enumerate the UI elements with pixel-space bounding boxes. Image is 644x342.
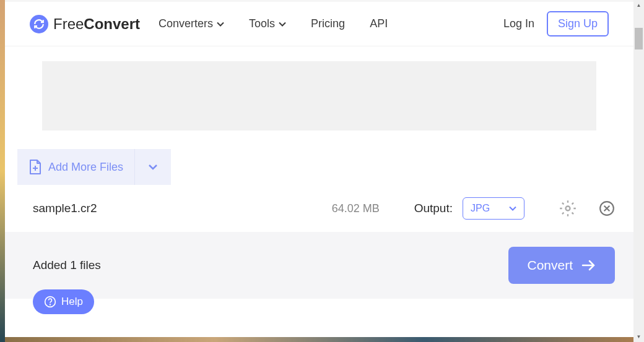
- output-format-dropdown[interactable]: JPG: [463, 197, 524, 220]
- add-more-section: Add More Files: [17, 149, 173, 185]
- nav-label: Pricing: [311, 17, 345, 30]
- vertical-scrollbar[interactable]: ▲ ▼: [633, 0, 644, 342]
- refresh-icon: [30, 15, 48, 33]
- svg-point-3: [50, 304, 51, 305]
- header: FreeConvert Converters Tools Pricing AP: [5, 2, 633, 46]
- nav-pricing[interactable]: Pricing: [311, 17, 345, 30]
- scrollbar-thumb[interactable]: [635, 28, 643, 49]
- scroll-up-arrow[interactable]: ▲: [633, 0, 644, 11]
- added-files-text: Added 1 files: [33, 259, 101, 272]
- login-link[interactable]: Log In: [503, 17, 534, 30]
- nav: Converters Tools Pricing API: [159, 17, 503, 30]
- add-more-dropdown[interactable]: [135, 149, 171, 185]
- add-more-files-button[interactable]: Add More Files: [17, 149, 135, 185]
- bottom-decoration: [5, 337, 633, 342]
- chevron-down-icon: [217, 22, 224, 27]
- chevron-down-icon: [509, 206, 516, 211]
- convert-button[interactable]: Convert: [508, 247, 615, 284]
- logo[interactable]: FreeConvert: [30, 15, 140, 33]
- settings-button[interactable]: [559, 200, 577, 217]
- help-widget[interactable]: Help: [33, 289, 94, 314]
- footer-row: Added 1 files Convert: [5, 232, 633, 299]
- gear-icon: [559, 200, 577, 217]
- nav-api[interactable]: API: [370, 17, 388, 30]
- signup-button[interactable]: Sign Up: [547, 11, 609, 36]
- close-circle-icon: [599, 200, 615, 216]
- nav-right: Log In Sign Up: [503, 11, 609, 36]
- help-label: Help: [61, 296, 83, 308]
- file-name: sample1.cr2: [33, 202, 322, 215]
- output-label: Output:: [414, 202, 453, 215]
- add-more-label: Add More Files: [48, 161, 123, 174]
- nav-label: Tools: [249, 17, 275, 30]
- nav-tools[interactable]: Tools: [249, 17, 286, 30]
- arrow-right-icon: [581, 259, 596, 271]
- file-size: 64.02 MB: [332, 202, 380, 215]
- help-circle-icon: [44, 296, 56, 308]
- convert-label: Convert: [527, 258, 573, 273]
- ad-placeholder: [42, 61, 596, 130]
- svg-point-0: [566, 207, 570, 211]
- nav-label: Converters: [159, 17, 213, 30]
- output-format-value: JPG: [471, 203, 490, 214]
- scroll-down-arrow[interactable]: ▼: [633, 331, 644, 342]
- nav-label: API: [370, 17, 388, 30]
- chevron-down-icon: [148, 164, 158, 170]
- file-plus-icon: [28, 159, 42, 175]
- logo-text: FreeConvert: [53, 15, 140, 33]
- file-row: sample1.cr2 64.02 MB Output: JPG: [5, 185, 633, 232]
- nav-converters[interactable]: Converters: [159, 17, 224, 30]
- chevron-down-icon: [279, 22, 286, 27]
- remove-file-button[interactable]: [599, 200, 615, 216]
